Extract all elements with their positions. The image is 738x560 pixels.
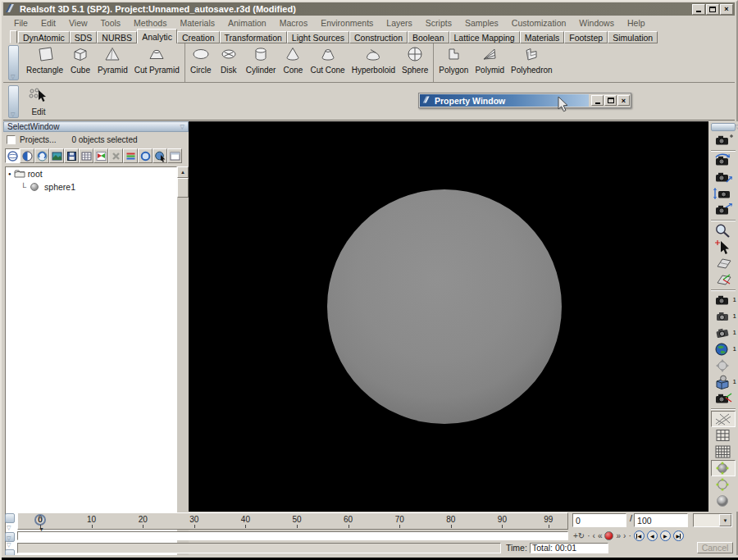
menu-scripts[interactable]: Scripts (419, 17, 458, 29)
view-plane-icon[interactable] (711, 255, 736, 271)
tab-simulation[interactable]: Simulation (608, 31, 658, 43)
zoom-tool-icon[interactable] (711, 222, 736, 239)
menu-help[interactable]: Help (621, 17, 652, 29)
orbit-camera-icon[interactable] (711, 153, 736, 169)
step-forward-button[interactable]: › (623, 532, 626, 540)
timeline-dropdown[interactable]: ▼ (693, 513, 732, 527)
swirl-icon[interactable] (34, 148, 49, 163)
edit-button[interactable]: Edit (23, 85, 54, 120)
select-sphere-icon[interactable] (711, 357, 736, 374)
circle-handles-icon[interactable] (711, 476, 736, 493)
tab-light-sources[interactable]: Light Sources (287, 31, 349, 43)
close-button[interactable]: × (720, 4, 733, 15)
fast-back-button[interactable]: « (598, 532, 603, 540)
hyperboloid-button[interactable]: Hyperboloid (348, 43, 399, 82)
polymid-button[interactable]: Polymid (472, 43, 508, 82)
tab-construction[interactable]: Construction (349, 31, 408, 43)
disk-button[interactable]: Disk (215, 43, 243, 82)
sphere-pointer-icon[interactable] (153, 148, 167, 163)
minimize-button[interactable] (692, 4, 705, 15)
property-minimize-button[interactable] (591, 95, 604, 106)
timeline-ruler[interactable]: 0 ▼ 010203040506070809099 (17, 512, 568, 530)
select-tool-icon[interactable] (711, 239, 736, 255)
cube-button[interactable]: Cube (66, 43, 94, 82)
menu-environments[interactable]: Environments (314, 17, 380, 29)
menu-samples[interactable]: Samples (458, 17, 505, 29)
tab-analytic[interactable]: Analytic (137, 29, 177, 43)
property-close-button[interactable]: × (617, 95, 630, 106)
menu-macros[interactable]: Macros (273, 17, 314, 29)
menu-materials[interactable]: Materials (173, 17, 221, 29)
grid-coarse-icon[interactable] (711, 427, 736, 444)
flag-icon[interactable] (93, 148, 108, 163)
pyramid-button[interactable]: Pyramid (94, 43, 131, 82)
wireframe-mode-icon[interactable] (711, 411, 736, 427)
walk-camera-icon[interactable] (711, 132, 736, 148)
levels-icon[interactable] (123, 148, 138, 163)
rendered-sphere[interactable] (327, 189, 562, 424)
menu-view[interactable]: View (62, 17, 94, 29)
view-toolbar-grip[interactable]: ▽ (711, 123, 736, 131)
cylinder-button[interactable]: Cylinder (243, 43, 280, 82)
material-ball-icon[interactable] (20, 148, 34, 163)
dot-left[interactable]: · (587, 532, 590, 540)
dolly-camera-icon[interactable] (711, 169, 736, 185)
delete-icon[interactable] (108, 148, 123, 163)
sphere-handles-icon[interactable] (711, 460, 736, 476)
render-box-icon[interactable]: 1 (711, 374, 736, 390)
dot-right[interactable]: · (628, 532, 631, 540)
cancel-button[interactable]: Cancel (697, 542, 733, 553)
select-objects-icon[interactable] (5, 148, 20, 163)
cut-cone-button[interactable]: Cut Cone (307, 43, 348, 82)
tab-footstep[interactable]: Footstep (564, 31, 608, 43)
tree-row-root[interactable]: ● root (6, 167, 176, 180)
rectangle-button[interactable]: Rectangle (23, 43, 66, 82)
menu-windows[interactable]: Windows (572, 17, 621, 29)
total-frames-field[interactable]: 100 (634, 513, 688, 527)
tab-sds[interactable]: SDS (70, 31, 98, 43)
fast-forward-button[interactable]: » (616, 532, 621, 540)
camera-view-front-icon[interactable]: 1 (711, 292, 736, 308)
polygon-button[interactable]: Polygon (435, 43, 472, 82)
tree-vertical-scrollbar[interactable]: ▲ ▼ (177, 166, 189, 560)
menu-animation[interactable]: Animation (221, 17, 273, 29)
menu-customization[interactable]: Customization (505, 17, 573, 29)
ring-icon[interactable] (138, 148, 153, 163)
cut-pyramid-button[interactable]: Cut Pyramid (131, 43, 183, 82)
camera-view-side-icon[interactable]: 1 (711, 308, 736, 325)
image-icon[interactable] (49, 148, 64, 163)
dropdown-arrow-icon[interactable]: ▼ (719, 514, 731, 526)
toolbar-grip-2[interactable]: ▽ (8, 85, 19, 118)
current-frame-field[interactable]: 0 (572, 513, 626, 527)
tree-row-sphere1[interactable]: └sphere1 (6, 180, 176, 193)
projects-checkbox[interactable] (7, 135, 16, 144)
polyhedron-button[interactable]: Polyhedron (508, 43, 556, 82)
ruler-grip[interactable]: ▽ (3, 512, 17, 530)
tab-lattice-mapping[interactable]: Lattice Mapping (449, 31, 520, 43)
sphere-button[interactable]: Sphere (399, 43, 431, 82)
tab-nurbs[interactable]: NURBS (97, 31, 137, 43)
toolbar-grip[interactable]: ▽ (8, 45, 19, 80)
step-back-button[interactable]: ‹ (593, 532, 595, 540)
globe-view-icon[interactable]: 1 (711, 341, 736, 357)
menu-layers[interactable]: Layers (380, 17, 419, 29)
scroll-up-button[interactable]: ▲ (177, 166, 189, 178)
shaded-sphere-icon[interactable] (711, 493, 736, 509)
goto-start-button[interactable]: ◀ (634, 530, 645, 541)
menu-edit[interactable]: Edit (34, 17, 62, 29)
select-window-header[interactable]: SelectWindow ▽ (3, 121, 189, 132)
camera-axes-icon[interactable] (711, 390, 736, 407)
cone-button[interactable]: Cone (279, 43, 307, 82)
tab-strip-grip[interactable] (10, 30, 17, 43)
track-grip[interactable]: ▽ (3, 530, 17, 541)
animation-track[interactable] (17, 531, 568, 540)
property-window-titlebar[interactable]: Property Window × (418, 93, 631, 108)
add-key-button[interactable]: +↻ (573, 532, 585, 540)
pan-camera-icon[interactable] (711, 202, 736, 218)
tab-materials[interactable]: Materials (520, 31, 565, 43)
view-window[interactable] (189, 121, 708, 512)
grid-view-icon[interactable] (79, 148, 93, 163)
save-icon[interactable] (64, 148, 79, 163)
title-bar[interactable]: Realsoft 3D 5.1 (SP2). Project:Unnamed_a… (3, 2, 735, 16)
play-back-button[interactable]: ◀ (647, 530, 658, 541)
